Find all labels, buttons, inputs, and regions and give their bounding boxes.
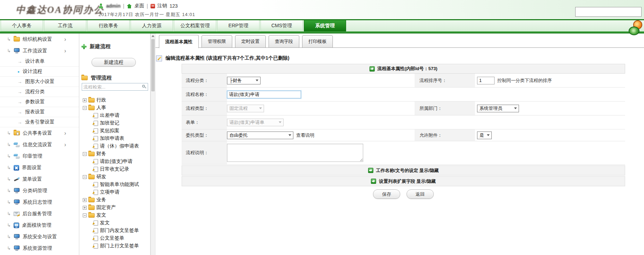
sidebar-item[interactable]: ↳工作流设置› (0, 45, 79, 57)
green-arrow-icon (371, 179, 376, 184)
username[interactable]: admin (106, 3, 120, 9)
tree-doc[interactable]: 加班申请表 (80, 135, 151, 142)
process-name-input[interactable] (227, 91, 301, 98)
nav-tab-1[interactable]: 个人事务 (1, 20, 43, 31)
expand-icon[interactable]: + (83, 206, 87, 210)
tree-folder[interactable]: −研发 (80, 173, 151, 181)
scroll-up-icon[interactable] (152, 35, 154, 37)
process-search-input[interactable] (82, 84, 142, 90)
section-bar-work-name[interactable]: 工作名称/文号的设定 显示/隐藏 (182, 165, 625, 175)
sidebar-item[interactable]: ↳界面设置 (0, 162, 79, 173)
tree-doc[interactable]: 请（休）假申请表 (80, 142, 151, 150)
tree-folder[interactable]: +固定资产 (80, 204, 151, 211)
empty-cell (415, 88, 625, 101)
sidebar-item[interactable]: →参数设置 (0, 97, 79, 107)
new-process-button[interactable]: 新建流程 (92, 58, 136, 67)
description-textarea[interactable] (227, 144, 363, 162)
tree-item-label: 请（休）假申请表 (100, 143, 139, 149)
sidebar-item[interactable]: →报表设置 (0, 107, 79, 117)
tree-doc[interactable]: 发文 (80, 219, 151, 227)
sidebar-item[interactable]: ↳信息交流设置› (0, 139, 79, 150)
content-tab-1[interactable]: 流程基本属性 (159, 35, 199, 48)
sidebar-item[interactable]: ↳桌面模块管理 (0, 219, 79, 231)
tree-doc[interactable]: 请款(借支)申请 (80, 158, 151, 165)
tree-folder[interactable]: −人事 (80, 104, 151, 112)
tree-doc[interactable]: 公文呈签单 (80, 234, 151, 242)
sidebar-item[interactable]: ↳公共事务设置› (0, 127, 79, 139)
nav-tab-2[interactable]: 工作流 (44, 20, 86, 31)
tree-doc[interactable]: 部门上行文呈签单 (80, 242, 151, 250)
sidebar-item[interactable]: ↳菜单设置 (0, 173, 79, 185)
tree-folder[interactable]: +行政 (80, 96, 151, 104)
nav-tab-7[interactable]: CMS管理 (261, 20, 303, 31)
search-icon[interactable] (142, 84, 147, 89)
sort-input[interactable] (477, 77, 495, 84)
sidebar-item[interactable]: ↳系统日志管理 (0, 196, 79, 208)
panel-scrollbar[interactable] (151, 33, 155, 255)
tree-doc[interactable]: 出差申请 (80, 112, 151, 119)
section-bar-list-fields[interactable]: 设置列表扩展字段 显示/隐藏 (182, 176, 625, 186)
document-icon (94, 228, 98, 233)
form-section-header: 流程基本属性(内部Id号：573) (182, 64, 625, 74)
nav-tab-5[interactable]: 公文档案管理 (174, 20, 216, 31)
content-tab-3[interactable]: 定时设置 (235, 35, 266, 48)
sidebar-item[interactable]: ↳系统安全与设置 (0, 231, 79, 242)
tree-doc[interactable]: 日常收支记录 (80, 165, 151, 173)
tree-doc[interactable]: 奖惩拟案 (80, 127, 151, 135)
manage-process-header: 管理流程 (81, 75, 112, 81)
page-title-text: 编辑流程基本属性 (该流程下共有7个工作,其中1个已删除) (166, 55, 290, 61)
save-button[interactable]: 保存 (373, 189, 400, 199)
back-button[interactable]: 返回 (407, 189, 434, 199)
sidebar-item[interactable]: ↳分类码管理 (0, 185, 79, 196)
collapse-icon[interactable]: − (83, 152, 87, 156)
nav-tab-8[interactable]: 系统管理 (304, 20, 346, 31)
sidebar-item[interactable]: ↳印章管理 (0, 150, 79, 162)
desktop-link[interactable]: 桌面 (134, 3, 144, 9)
sidebar-item[interactable]: →图形大小设置 (0, 77, 79, 87)
scrollbar-thumb[interactable] (151, 39, 155, 91)
collapse-icon[interactable]: − (83, 213, 87, 217)
folder-icon (88, 198, 95, 202)
tree-doc[interactable]: 加班登记 (80, 119, 151, 127)
category-select[interactable]: ├财务 (227, 77, 261, 84)
nav-tab-6[interactable]: ERP管理 (217, 20, 259, 31)
tree-doc[interactable]: 立项申请 (80, 188, 151, 196)
sidebar-item[interactable]: →设计表单 (0, 57, 79, 67)
sidebar-item[interactable]: →流程分类 (0, 87, 79, 97)
dept-select-value: 系统管理员 (480, 105, 502, 112)
tree-doc[interactable]: 部门内发文呈签单 (80, 227, 151, 234)
nav-tab-4[interactable]: 人力资源 (131, 20, 173, 31)
collapse-icon[interactable]: − (83, 106, 87, 110)
tree-folder[interactable]: −发文 (80, 211, 151, 219)
sidebar-item[interactable]: →业务引擎设置 (0, 117, 79, 127)
tree-doc[interactable]: 智能表单功能测试 (80, 181, 151, 188)
delegate-label: 委托类型： (182, 129, 227, 141)
document-icon (94, 159, 98, 164)
delegate-select[interactable]: 自由委托 (227, 132, 293, 139)
view-description-link[interactable]: 查看说明 (296, 132, 314, 138)
document-icon (94, 121, 98, 126)
process-panel: 新建流程 新建流程 管理流程 +行政−人事出差申请加班登记奖惩拟案加班申请表请（… (80, 33, 151, 255)
nav-tab-3[interactable]: 行政事务 (87, 20, 130, 31)
sidebar-item[interactable]: ↳后台服务管理 (0, 208, 79, 219)
sidebar-item-label: 组织机构设置 (23, 36, 52, 43)
tree-folder[interactable]: −财务 (80, 150, 151, 158)
selected-dot-icon: ● (17, 70, 20, 74)
sidebar-item[interactable]: ●设计流程 (0, 67, 79, 77)
dept-select[interactable]: 系统管理员 (477, 105, 519, 112)
content-tab-5[interactable]: 打印模板 (302, 35, 333, 48)
content-tab-4[interactable]: 查询字段 (269, 35, 299, 48)
attach-select[interactable]: 是 (477, 132, 492, 139)
form-section-title: 流程基本属性(内部Id号：573) (378, 66, 438, 72)
logout-link[interactable]: 注销 (158, 3, 167, 9)
collapse-icon[interactable]: − (83, 175, 87, 179)
expand-icon[interactable]: + (83, 198, 87, 202)
content-tab-2[interactable]: 管理权限 (202, 35, 232, 48)
sidebar-item[interactable]: ↳组织机构设置› (0, 33, 79, 45)
tree-folder[interactable]: +业务 (80, 196, 151, 204)
main-content: 流程基本属性管理权限定时设置查询字段打印模板 编辑流程基本属性 (该流程下共有7… (155, 33, 644, 255)
name-label: 流程名称： (182, 88, 227, 101)
sidebar-item[interactable]: ↳系统资源管理 (0, 242, 79, 254)
header-input-box[interactable] (575, 7, 642, 17)
expand-icon[interactable]: + (83, 98, 87, 102)
